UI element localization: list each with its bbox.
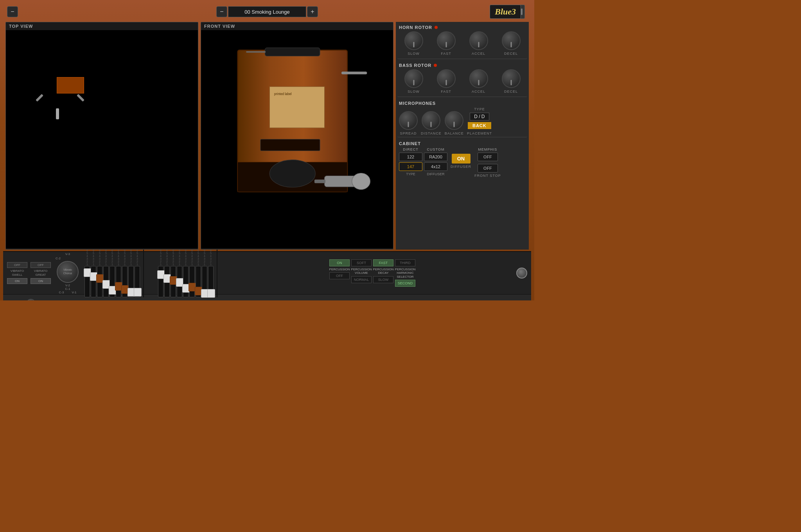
bass-rotor-indicator [434, 64, 437, 67]
percussion-on-btn[interactable]: ON [329, 259, 350, 266]
vc2-label: V-3 [65, 252, 70, 256]
diffuser-on-button[interactable]: ON [452, 154, 471, 164]
main-content: TOP VIEW FRONT VIEW [3, 20, 531, 251]
drawbar-l5: 654321 [183, 249, 189, 297]
drawbar-area: OFF VIBRATO SWELL ON OFF VIBRATO GREAT O… [3, 251, 531, 294]
right-panel: HORN ROTOR SLOW FAST ACCEL [396, 22, 529, 250]
perc-volume-soft-btn[interactable]: SOFT [351, 259, 372, 266]
mic-1 [36, 94, 43, 102]
type-value-display: D / D [470, 113, 489, 120]
horn-decel-knob[interactable] [502, 31, 521, 50]
c1-label: C-1 [65, 287, 70, 291]
drawbar-track-l7 [196, 266, 201, 297]
bass-accel-knob[interactable] [469, 69, 488, 88]
microphones-label: MICROPHONES [399, 101, 436, 106]
drawbars-upper-1: 654321 654321 654321 [84, 249, 144, 297]
drawbar-l2: 654321 [164, 249, 170, 297]
placement-button[interactable]: BACK [468, 122, 491, 129]
svg-point-8 [269, 160, 315, 187]
percussion-off-btn[interactable]: OFF [329, 272, 350, 279]
horn-rotor-indicator [435, 26, 438, 29]
placement-label: PLACEMENT [467, 131, 492, 135]
horn-fast-knob[interactable] [437, 31, 456, 50]
svg-rect-6 [260, 139, 320, 151]
distance-label: DISTANCE [421, 131, 442, 135]
master-volume-knob[interactable] [516, 268, 527, 279]
perc-decay-slow-btn[interactable]: SLOW [373, 276, 393, 283]
horn-accel-knob[interactable] [469, 31, 488, 50]
vibrato-chorus-knob[interactable]: VibratoChorus [57, 261, 79, 283]
balance-knob[interactable] [445, 111, 463, 130]
horn-slow-label: SLOW [408, 52, 420, 56]
cab-direct-147[interactable]: 147 [399, 162, 422, 171]
horn-fast-label: FAST [441, 52, 451, 56]
memphis-off-button[interactable]: OFF [478, 153, 498, 161]
vibrato-great-group: OFF VIBRATO GREAT ON [31, 262, 51, 284]
bass-slow-knob[interactable] [404, 69, 423, 88]
perc-harmonic-label: PERCUSSION HARMONIC SELECTOR [395, 268, 416, 279]
perc-harmonic-second-btn[interactable]: SECOND [395, 280, 415, 287]
drawbar-l6: 654321 [189, 249, 195, 297]
horn-accel-col: ACCEL [469, 31, 488, 56]
horn-rotor-knobs: SLOW FAST ACCEL DECEL [399, 31, 526, 56]
drawbar-track-3 [97, 266, 102, 297]
top-bar-center: − 00 Smoking Lounge + [216, 6, 318, 17]
preset-name-display: 00 Smoking Lounge [228, 6, 306, 17]
bass-decel-knob[interactable] [502, 69, 521, 88]
next-preset-button[interactable]: + [307, 6, 318, 17]
vibrato-great-off-btn[interactable]: OFF [31, 262, 51, 268]
bass-fast-knob[interactable] [437, 69, 456, 88]
diffuser-col: ON DIFFUSER [451, 154, 471, 169]
drawbar-handle-9[interactable] [134, 288, 142, 297]
horn-rotor-label: HORN ROTOR [399, 25, 432, 30]
svg-rect-1 [265, 48, 320, 56]
perc-harmonic-third-btn[interactable]: THIRD [395, 259, 415, 266]
drawbar-track-l6 [189, 266, 195, 297]
distance-col: DISTANCE [421, 111, 442, 135]
cabinet-main-layout: DIRECT CUSTOM 122 RA200 147 4x12 TYPE [399, 147, 526, 178]
drawbar-7: 654321 [122, 249, 128, 297]
cab-row-1: 122 RA200 [399, 153, 447, 161]
spread-knob[interactable] [399, 111, 418, 130]
svg-rect-11 [314, 180, 325, 183]
drawbar-track-5 [110, 266, 115, 297]
minus-button[interactable]: − [7, 6, 18, 17]
cabinet-section: CABINET DIRECT CUSTOM 122 RA200 [397, 140, 527, 179]
direct-col-header: DIRECT [399, 147, 422, 151]
drawbar-l8: 654321 [202, 249, 207, 297]
vibrato-knob-text: VibratoChorus [63, 268, 72, 275]
views-area: TOP VIEW FRONT VIEW [5, 22, 393, 250]
perc-decay-fast-btn[interactable]: FAST [373, 259, 393, 266]
vibrato-swell-on-btn[interactable]: ON [7, 278, 27, 284]
perc-volume-label: PERCUSSION VOLUME [351, 268, 372, 275]
cab-direct-122[interactable]: 122 [399, 153, 422, 161]
balance-col: BALANCE [445, 111, 464, 135]
front-view-content: printed label [201, 30, 393, 248]
vibrato-swell-off-btn[interactable]: OFF [7, 262, 27, 268]
spread-col: SPREAD [399, 111, 418, 135]
front-stop-off-button[interactable]: OFF [478, 164, 498, 173]
cab-custom-ra200[interactable]: RA200 [424, 153, 447, 161]
bass-accel-label: ACCEL [472, 90, 485, 93]
mic-2 [77, 94, 84, 102]
diffuser-footer-label: DIFFUSER [424, 172, 447, 176]
bass-rotor-knobs: SLOW FAST ACCEL DECEL [399, 69, 526, 93]
percussion-label: PERCUSSION [329, 268, 350, 271]
perc-harmonic-col: THIRD PERCUSSION HARMONIC SELECTOR SECON… [395, 259, 415, 287]
drawbar-l1: 654321 [158, 249, 163, 297]
speed-knob[interactable] [26, 299, 36, 301]
drawbar-track-l1 [158, 266, 163, 297]
horn-slow-knob[interactable] [404, 31, 423, 50]
perc-volume-normal-btn[interactable]: NORMAL [351, 276, 372, 283]
top-bar-left: − [7, 6, 18, 17]
drawbar-track-2 [91, 266, 96, 297]
c2-label: C-2 [56, 257, 61, 260]
cab-custom-4x12[interactable]: 4x12 [424, 162, 447, 171]
horn-rotor-section: HORN ROTOR SLOW FAST ACCEL [397, 23, 527, 59]
drawbar-handle-l9[interactable] [207, 289, 215, 298]
microphones-header: MICROPHONES [399, 101, 526, 106]
distance-knob[interactable] [422, 111, 440, 130]
prev-preset-button[interactable]: − [216, 6, 227, 17]
vibrato-great-on-btn[interactable]: ON [31, 278, 51, 284]
c3-v1-row: C-3 V-1 [59, 291, 77, 294]
